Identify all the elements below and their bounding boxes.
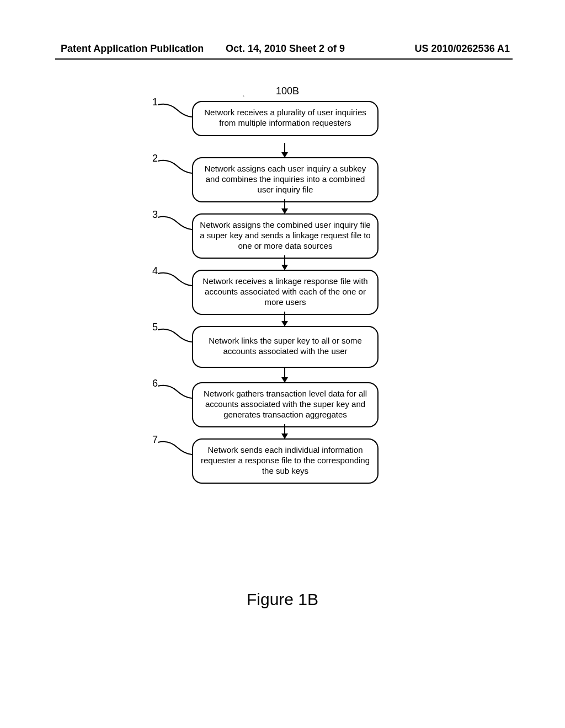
step-6-number: 6	[152, 378, 158, 389]
figure-reference-label: 100B	[276, 85, 299, 97]
step-2-callout	[158, 159, 192, 178]
page-header: Patent Application Publication Oct. 14, …	[61, 43, 510, 55]
arrow-2-3	[284, 199, 285, 213]
arrow-4-5	[284, 312, 285, 326]
header-left: Patent Application Publication	[61, 43, 204, 55]
step-6-callout	[158, 384, 192, 403]
arrow-1-2	[284, 143, 285, 157]
step-2-box: Network assigns each user inquiry a subk…	[192, 157, 379, 202]
step-3-callout	[158, 216, 192, 234]
step-5-box: Network links the super key to all or so…	[192, 326, 379, 368]
step-1-number: 1	[152, 97, 158, 108]
arrow-3-4	[284, 255, 285, 270]
header-center: Oct. 14, 2010 Sheet 2 of 9	[226, 43, 345, 55]
step-7-box: Network sends each individual informatio…	[192, 438, 379, 484]
step-5-callout	[158, 328, 192, 347]
arrow-5-6	[284, 368, 285, 382]
step-2-number: 2	[152, 153, 158, 164]
step-7-callout	[158, 441, 192, 459]
step-6-box: Network gathers transaction level data f…	[192, 382, 379, 427]
patent-page: Patent Application Publication Oct. 14, …	[0, 0, 565, 728]
arrow-6-7	[284, 424, 285, 438]
figure-caption: Figure 1B	[0, 590, 565, 609]
step-1-callout	[158, 103, 192, 122]
step-5-number: 5	[152, 322, 158, 333]
step-4-box: Network receives a linkage response file…	[192, 270, 379, 315]
step-3-box: Network assigns the combined user inquir…	[192, 213, 379, 259]
step-3-number: 3	[152, 209, 158, 221]
step-7-number: 7	[152, 434, 158, 446]
step-1-box: Network receives a plurality of user inq…	[192, 101, 379, 136]
header-rule	[55, 58, 513, 60]
step-4-number: 4	[152, 265, 158, 277]
header-right: US 2010/0262536 A1	[415, 43, 510, 55]
step-4-callout	[158, 272, 192, 291]
